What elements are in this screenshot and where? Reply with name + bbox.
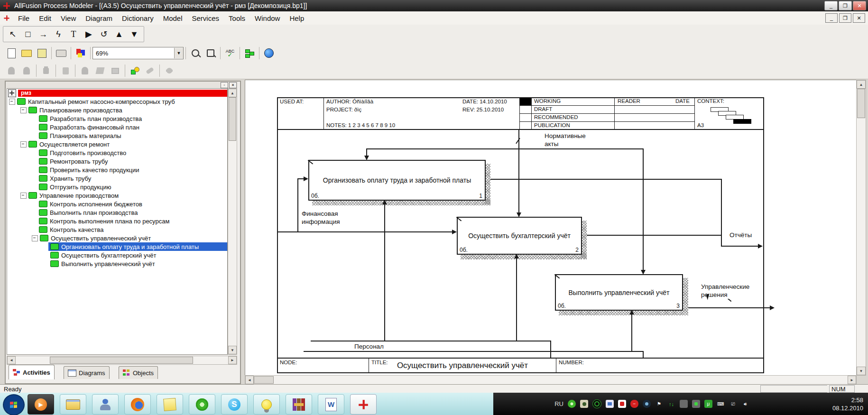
child-close-button[interactable]: ✕: [853, 13, 865, 23]
minimize-button[interactable]: _: [824, 1, 838, 10]
menu-services[interactable]: Services: [187, 12, 224, 24]
tray-volume-icon[interactable]: 🔊︎: [741, 400, 749, 408]
menu-edit[interactable]: Edit: [34, 12, 56, 24]
zoom-in-icon[interactable]: [188, 46, 203, 60]
tree-item[interactable]: Контроль исполнения бюджетов: [32, 200, 227, 208]
title-bar[interactable]: AllFusion Process Modeler - [(A3.5) Осущ…: [0, 0, 868, 11]
tree-item[interactable]: Разработать финансовый план: [32, 123, 227, 131]
tab-objects[interactable]: Objects: [119, 366, 158, 379]
activity-box-2[interactable]: Осуществить бухгалтерский учёт 0б. 2: [457, 217, 582, 255]
collapse-icon[interactable]: [20, 141, 27, 148]
person-left-icon[interactable]: [4, 64, 19, 78]
tray-connection-icon[interactable]: ⌨: [717, 400, 725, 408]
tools-icon[interactable]: [142, 64, 157, 78]
go-to-parent-icon[interactable]: ↺: [96, 27, 111, 41]
go-to-child-icon[interactable]: ▶: [81, 27, 96, 41]
tree-vertical-scrollbar[interactable]: ▲ ▼: [228, 88, 237, 355]
zoom-area-icon[interactable]: [203, 46, 218, 60]
taskbar-lightbulb[interactable]: [253, 394, 280, 415]
tree-item[interactable]: Проверить качество продукции: [32, 166, 227, 174]
tray-network-activity-icon[interactable]: ↑↓: [667, 400, 675, 408]
menu-file[interactable]: File: [13, 12, 34, 24]
grid-icon[interactable]: [108, 64, 123, 78]
collapse-icon[interactable]: [9, 99, 15, 105]
new-file-icon[interactable]: [4, 46, 19, 60]
tree-item[interactable]: Ремонтровать трубу: [32, 157, 227, 166]
tab-activities[interactable]: Activities: [9, 365, 55, 379]
diagram-horizontal-scrollbar[interactable]: ◄ ►: [245, 375, 857, 385]
tree-item[interactable]: Планирование производства: [20, 106, 227, 114]
tray-icq-icon[interactable]: [568, 400, 576, 408]
menu-view[interactable]: View: [56, 12, 81, 24]
pointer-tool-icon[interactable]: ↖: [5, 27, 20, 41]
text-tool-icon[interactable]: T: [66, 27, 81, 41]
start-button[interactable]: [3, 394, 25, 415]
language-indicator[interactable]: RU: [554, 400, 563, 407]
tree-horizontal-scrollbar[interactable]: ◄ ►: [7, 356, 237, 365]
spell-check-icon[interactable]: ABC ✓: [222, 46, 238, 60]
lock-icon[interactable]: [38, 64, 54, 78]
arrow-label-personnel[interactable]: Персонал: [353, 342, 385, 350]
menu-diagram[interactable]: Diagram: [81, 12, 117, 24]
taskbar-word[interactable]: W: [318, 394, 344, 415]
collapse-icon[interactable]: [20, 107, 27, 113]
person-right-icon[interactable]: [19, 64, 34, 78]
bug-icon[interactable]: [162, 64, 177, 78]
color-palette-icon[interactable]: [73, 46, 88, 60]
print-icon[interactable]: [54, 46, 69, 60]
tree-item[interactable]: Осуществить бухгалтерский учёт: [43, 251, 227, 259]
tray-cam-icon[interactable]: [580, 400, 588, 408]
collapse-icon[interactable]: [20, 193, 27, 199]
tree-item[interactable]: Капитальный ремонт насосно-компрессорных…: [9, 97, 227, 106]
menu-window[interactable]: Window: [250, 12, 285, 24]
arrow-label-reports[interactable]: Отчёты: [729, 231, 752, 239]
role-icon[interactable]: [77, 64, 92, 78]
taskbar-winrar[interactable]: [286, 394, 312, 415]
zoom-combobox[interactable]: 69% ▼: [92, 47, 184, 59]
child-minimize-button[interactable]: _: [825, 13, 838, 23]
tree-hscroll-thumb[interactable]: [50, 357, 193, 364]
panel-float-button[interactable]: ▫: [221, 82, 228, 88]
clipboard-icon[interactable]: [58, 64, 73, 78]
close-button[interactable]: ✕: [853, 1, 866, 10]
clock[interactable]: 2:58 08.12.2010: [832, 393, 863, 415]
tree-item-selected[interactable]: Организовать оплату труда и заработной п…: [43, 242, 227, 251]
tree-item[interactable]: Управление производством: [20, 191, 227, 200]
tree-item[interactable]: Осуществляется ремонт: [20, 140, 227, 148]
activity-box-1[interactable]: Организовать оплату труда и заработной п…: [308, 160, 486, 201]
tray-display-icon[interactable]: [606, 400, 614, 408]
diagram-hscroll-thumb[interactable]: [254, 376, 274, 384]
arrow-label-finance[interactable]: Финансовая информация: [302, 210, 340, 226]
taskbar-firefox[interactable]: [124, 394, 151, 415]
diagram-vertical-scrollbar[interactable]: ▲ ▼: [856, 80, 866, 376]
menu-model[interactable]: Model: [158, 12, 187, 24]
tray-shield-icon[interactable]: [692, 400, 700, 408]
down-level-icon[interactable]: ▼: [127, 27, 142, 41]
tray-utorrent-icon[interactable]: μ: [704, 400, 712, 408]
panel-close-icon[interactable]: ✕: [229, 82, 237, 88]
tray-flag-icon[interactable]: ⚑: [655, 400, 663, 408]
taskbar-sticky-notes[interactable]: [157, 394, 183, 415]
activity-box-3[interactable]: Выполнить управленческий учёт 0б. 3: [555, 274, 683, 311]
child-restore-button[interactable]: ❐: [839, 13, 851, 23]
squiggle-tool-icon[interactable]: ϟ: [51, 27, 66, 41]
arrow-label-normative[interactable]: Нормативные акты: [545, 132, 586, 148]
menu-tools[interactable]: Tools: [224, 12, 250, 24]
activity-box-tool-icon[interactable]: □: [20, 27, 36, 41]
taskbar-user-app[interactable]: [92, 394, 119, 415]
menu-help[interactable]: Help: [285, 12, 309, 24]
tree-root-row[interactable]: рмз: [7, 89, 227, 97]
tree-item[interactable]: Планировать материалы: [32, 131, 227, 140]
tree-item[interactable]: Разработать план производства: [32, 114, 227, 123]
collapse-icon[interactable]: [32, 235, 38, 241]
tray-monitor-icon[interactable]: [680, 400, 688, 408]
up-level-icon[interactable]: ▲: [111, 27, 127, 41]
tree-item[interactable]: Хранить трубу: [32, 174, 227, 183]
tree-item[interactable]: Контроль качества: [32, 225, 227, 234]
model-explorer-toggle-icon[interactable]: [242, 46, 257, 60]
tree-item[interactable]: Подготовить производство: [32, 148, 227, 157]
taskbar-media-player[interactable]: ▶: [28, 394, 54, 415]
tree-item[interactable]: Выполнить управленческий учёт: [43, 259, 227, 268]
tree-vscroll-thumb[interactable]: [229, 97, 236, 141]
zoom-dropdown-arrow[interactable]: ▼: [174, 48, 183, 58]
